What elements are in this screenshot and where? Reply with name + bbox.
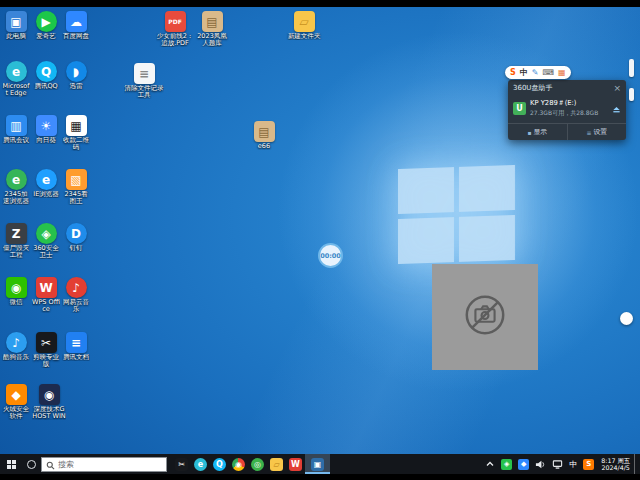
windows-start-icon — [7, 460, 16, 469]
close-icon[interactable]: × — [613, 85, 621, 92]
desktop-icon-new-folder[interactable]: ▱新建文件夹 — [284, 11, 324, 40]
show-desktop-button[interactable] — [634, 454, 640, 474]
search-input[interactable] — [58, 460, 158, 469]
taskbar-apps: ✂eQ◉◎▱W▣ — [172, 454, 330, 474]
windows-logo — [398, 165, 515, 264]
taskbar-app-qq-task[interactable]: Q — [210, 454, 229, 474]
qrcode-icon: ▦ — [66, 115, 87, 136]
desktop-icon-label: 2345加速浏览器 — [2, 191, 30, 205]
sogou-tray-icon[interactable]: S — [580, 454, 597, 474]
edge-handle[interactable] — [629, 59, 634, 77]
desktop-icon-qq[interactable]: Q腾讯QQ — [32, 61, 60, 90]
desktop-icon-this-pc[interactable]: ▣此电脑 — [2, 11, 30, 40]
timer-text: 00:00 — [320, 252, 341, 260]
desktop-icon-jianying[interactable]: ✂剪映专业版 — [32, 332, 60, 368]
start-button[interactable] — [0, 454, 23, 474]
pen-icon[interactable]: ✎ — [532, 69, 539, 77]
volume-icon[interactable] — [532, 454, 549, 474]
floating-ball[interactable] — [620, 312, 633, 325]
zomboid-icon: Z — [6, 223, 27, 244]
tencent-meeting-icon: ▥ — [6, 115, 27, 136]
gfl2-pdf-icon: PDF — [165, 11, 186, 32]
desktop-icon-edge[interactable]: eMicrosoft Edge — [2, 61, 30, 97]
360-tray-icon[interactable]: ◈ — [498, 454, 515, 474]
taskbar-app-jianying-task[interactable]: ✂ — [172, 454, 191, 474]
360-safe-icon: ◈ — [36, 223, 57, 244]
desktop-icon-qrcode[interactable]: ▦收款二维码 — [62, 115, 90, 151]
wps-task-icon: W — [289, 458, 302, 471]
ime-chinese[interactable]: 中 — [520, 69, 528, 77]
taskbar-app-active-window-task[interactable]: ▣ — [305, 454, 330, 474]
taskbar-app-360-browser-task[interactable]: ◎ — [248, 454, 267, 474]
show-button[interactable]: ▪ 显示 — [508, 124, 567, 140]
sogou-logo[interactable]: S — [510, 69, 516, 77]
letterbox-top — [0, 0, 640, 7]
desktop-icon-netease-music[interactable]: ♪网易云音乐 — [62, 277, 90, 313]
desktop-icon-label: 剪映专业版 — [32, 354, 60, 368]
netease-music-icon: ♪ — [66, 277, 87, 298]
cortana-icon — [27, 460, 36, 469]
camera-off-icon — [462, 292, 508, 342]
desktop-icon-gfl2-pdf[interactable]: PDF少女前线2：追放.PDF — [156, 11, 194, 47]
eject-icon[interactable] — [612, 99, 621, 118]
usb-drive-icon: U — [513, 102, 526, 115]
desktop-icon-huorong[interactable]: ◆火绒安全软件 — [2, 384, 30, 420]
desktop-icon-label: WPS Office — [32, 299, 60, 313]
desktop-icon-iqiyi[interactable]: ▶爱奇艺 — [32, 11, 60, 40]
desktop-icon-thunder[interactable]: ◗迅雷 — [62, 61, 90, 90]
taskbar-search[interactable] — [41, 457, 167, 472]
360-browser-task-icon: ◎ — [251, 458, 264, 471]
toolbox-icon[interactable]: ▦ — [558, 69, 566, 77]
kugou-music-icon: ♪ — [6, 332, 27, 353]
desktop-icon-ie-browser[interactable]: eIE浏览器 — [32, 169, 60, 198]
huorong-icon: ◆ — [6, 384, 27, 405]
desktop-icon-clean-tool[interactable]: ≡清除文件记录工具 — [124, 63, 164, 99]
desktop-icon-dingtalk[interactable]: D钉钉 — [62, 223, 90, 252]
desktop-icon-label: 钉钉 — [62, 245, 90, 252]
desktop-icon-zomboid[interactable]: Z僵尸毁灭工程 — [2, 223, 30, 259]
desktop-icon-label: 2023凤凰人题库 — [194, 33, 230, 47]
letterbox-bottom — [0, 474, 640, 480]
taskbar-app-wps-task[interactable]: W — [286, 454, 305, 474]
edge-handle[interactable] — [629, 88, 634, 101]
ime-indicator[interactable]: 中 — [566, 454, 580, 474]
desktop-icon-browser-2345[interactable]: e2345加速浏览器 — [2, 169, 30, 205]
windows-logo-pane — [398, 217, 454, 264]
qq-icon: Q — [36, 61, 57, 82]
chevron-up-icon[interactable] — [482, 454, 498, 474]
desktop-icon-label: 腾讯会议 — [2, 137, 30, 144]
windows-logo-pane — [459, 215, 515, 262]
netdisk-tray-icon[interactable]: ◆ — [515, 454, 532, 474]
windows-logo-pane — [459, 165, 515, 212]
desktop-icon-label: 清除文件记录工具 — [124, 85, 164, 99]
desktop-icon-deepin-win10[interactable]: ◉深度技术GHOST WIN10 — [32, 384, 66, 420]
desktop-icon-baidu-netdisk[interactable]: ☁百度网盘 — [62, 11, 90, 40]
desktop-icon-label: 爱奇艺 — [32, 33, 60, 40]
settings-button[interactable]: ≡ 设置 — [567, 124, 627, 140]
jianying-task-icon: ✂ — [175, 458, 188, 471]
usb-drive-detail: 27.3GB可用，共28.8GB — [530, 109, 608, 118]
desktop-icon-tencent-docs[interactable]: ≡腾讯文档 — [62, 332, 90, 361]
keyboard-icon[interactable]: ⌨ — [542, 69, 554, 77]
cortana-button[interactable] — [23, 454, 40, 474]
desktop-icon-kugou-music[interactable]: ♪酷狗音乐 — [2, 332, 30, 361]
desktop-icon-wechat[interactable]: ◉微信 — [2, 277, 30, 306]
sogou-input-bar[interactable]: S中✎⌨▦ — [505, 66, 571, 79]
desktop-icon-label: 迅雷 — [62, 83, 90, 90]
taskbar-app-file-explorer-task[interactable]: ▱ — [267, 454, 286, 474]
desktop-icon-wps[interactable]: WWPS Office — [32, 277, 60, 313]
tray-clock[interactable]: 8:17 周五2024/4/5 — [597, 457, 634, 472]
taskbar-app-edge-task[interactable]: e — [191, 454, 210, 474]
desktop-icon-e66-folder[interactable]: ▤e66 — [250, 121, 278, 150]
desktop-icon-360-safe[interactable]: ◈360安全卫士 — [32, 223, 60, 259]
desktop-icon-label: e66 — [250, 143, 278, 150]
network-icon[interactable] — [549, 454, 566, 474]
desktop-icon-pic-viewer[interactable]: ▧2345看图王 — [62, 169, 90, 205]
desktop-icon-sunflower[interactable]: ☀向日葵 — [32, 115, 60, 144]
taskbar-app-chrome-task[interactable]: ◉ — [229, 454, 248, 474]
recording-timer-badge[interactable]: 00:00 — [318, 243, 343, 268]
desktop-icon-tencent-meeting[interactable]: ▥腾讯会议 — [2, 115, 30, 144]
desktop-icon-exam-bank[interactable]: ▤2023凤凰人题库 — [194, 11, 230, 47]
list-icon: ≡ — [586, 129, 591, 136]
taskbar: ✂eQ◉◎▱W▣ ◈◆中S8:17 周五2024/4/5 — [0, 454, 640, 474]
